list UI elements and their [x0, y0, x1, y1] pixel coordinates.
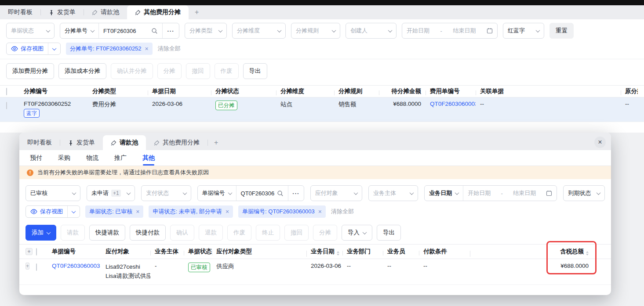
- modal-table-row[interactable]: + QT0F2603060003 Lisa927ceshi Lisa请款测试供应…: [19, 259, 611, 285]
- tab-other-fee-allocation[interactable]: 其他费用分摊: [146, 135, 207, 150]
- share-no-field-select[interactable]: 分摊单号: [60, 23, 98, 38]
- refund-button: 退款: [199, 225, 223, 241]
- subtab-other[interactable]: 其他: [142, 150, 155, 166]
- button-label: 确认: [176, 229, 188, 237]
- save-view-main[interactable]: 保存视图: [7, 43, 48, 54]
- sort-icon[interactable]: [337, 251, 339, 256]
- add-button[interactable]: 添加: [25, 225, 56, 241]
- remove-tag-icon[interactable]: ×: [145, 46, 149, 52]
- tab-label: 即时看板: [27, 139, 52, 147]
- save-view-dropdown[interactable]: [48, 43, 60, 54]
- chevron-down-icon: [363, 230, 367, 234]
- tab-dashboard[interactable]: 即时看板: [19, 135, 60, 150]
- date-range-picker[interactable]: 开始日期 - 结束日期: [402, 23, 498, 39]
- share-type-select[interactable]: 分摊类型: [185, 23, 227, 39]
- more-filters-button[interactable]: ···: [162, 23, 179, 38]
- filter-tag-share-no[interactable]: 分摊单号: FT0F2603060252 ×: [66, 43, 153, 55]
- filter-tag-doc-no[interactable]: 单据编号: QT0F2603060003×: [238, 205, 326, 218]
- payable-target-select[interactable]: 应付对象: [310, 185, 362, 201]
- col-business-date[interactable]: 业务日期: [306, 248, 342, 256]
- filter-tag-doc-status[interactable]: 单据状态: 已审核×: [85, 205, 143, 218]
- chevron-down-icon: [47, 230, 51, 234]
- modal-table-header: + 单据编号 应付对象 业务主体 单据状态 应付对象类型 业务日期 业务部门 业…: [19, 244, 611, 259]
- withdraw-button: 撤回: [186, 63, 210, 79]
- search-icon[interactable]: [277, 190, 284, 197]
- fee-doc-link[interactable]: QT0F2603060003: [430, 101, 476, 107]
- share-rule-select[interactable]: 分摊规则: [291, 23, 340, 39]
- save-view-main[interactable]: 保存视图: [26, 206, 67, 217]
- cell-doc-status: 已审核: [184, 263, 212, 272]
- subtab-prepaid[interactable]: 预付: [30, 150, 42, 166]
- modal-filter-bar: 已审核 未申请+1 支付状态 单据编号 QT0F260306 ··· 应付对象 …: [25, 185, 605, 201]
- business-entity-select[interactable]: 业务主体: [368, 185, 418, 201]
- select-all-checkbox[interactable]: [6, 88, 7, 95]
- creator-select[interactable]: 创建人: [346, 23, 397, 39]
- export-button[interactable]: 导出: [377, 225, 401, 241]
- tab-shipments[interactable]: 发货单: [41, 5, 84, 19]
- tab-label: 请款池: [101, 8, 119, 16]
- main-tabbar: 即时看板 发货单 请款池 其他费用分摊 +: [0, 5, 644, 19]
- business-date-field-select[interactable]: 业务日期: [425, 186, 463, 201]
- pin-outline-icon: [135, 10, 141, 15]
- tab-dashboard[interactable]: 即时看板: [0, 5, 40, 19]
- table-header: 分摊编号 分摊类型 单据日期 分摊状态 分摊维度 分摊规则 待分摊金额 费用单编…: [0, 85, 644, 97]
- tab-shipments[interactable]: 发货单: [60, 135, 103, 150]
- modal-close-button[interactable]: ×: [594, 137, 606, 148]
- table-row[interactable]: FT0F2603060252 蓝字 费用分摊 2026-03-06 已分摊 站点…: [0, 97, 644, 122]
- col-total-with-tax[interactable]: 含税总额: [470, 248, 593, 256]
- share-id-text: FT0F2603060252: [24, 101, 84, 107]
- expand-row-button[interactable]: +: [25, 263, 29, 270]
- tab-payment-pool[interactable]: 请款池: [84, 5, 127, 19]
- save-view-button[interactable]: 保存视图: [6, 43, 61, 55]
- business-date-range-picker[interactable]: 开始日期 - 结束日期: [463, 186, 557, 201]
- button-label: 重置: [556, 27, 568, 35]
- button-label: 快捷请款: [95, 229, 119, 237]
- add-cost-allocation-button[interactable]: 添加成本分摊: [58, 63, 106, 79]
- col-payable-target: 应付对象: [101, 248, 150, 256]
- quick-request-button[interactable]: 快捷请款: [89, 225, 125, 241]
- search-icon[interactable]: [151, 28, 158, 34]
- audit-status-select[interactable]: 已审核: [25, 185, 80, 201]
- reset-button[interactable]: 重置: [549, 23, 574, 39]
- share-dimension-select[interactable]: 分摊维度: [232, 23, 286, 39]
- due-status-select[interactable]: 到期状态: [563, 185, 605, 201]
- share-no-input[interactable]: FT0F260306: [98, 23, 162, 38]
- share-no-search-group: 分摊单号 FT0F260306 ···: [60, 23, 179, 39]
- sort-icon[interactable]: [586, 251, 589, 256]
- save-view-button[interactable]: 保存视图: [25, 205, 80, 218]
- row-checkbox[interactable]: [6, 102, 7, 109]
- clear-all-button[interactable]: 清除全部: [158, 45, 181, 53]
- remove-tag-icon[interactable]: ×: [318, 209, 322, 215]
- quick-pay-button[interactable]: 快捷付款: [130, 225, 166, 241]
- remove-tag-icon[interactable]: ×: [136, 209, 139, 215]
- save-view-dropdown[interactable]: [67, 206, 80, 217]
- red-blue-select[interactable]: 红蓝字: [503, 23, 544, 39]
- chevron-down-icon: [52, 46, 57, 50]
- doc-no-link[interactable]: QT0F2603060003: [52, 263, 100, 269]
- add-fee-allocation-button[interactable]: 添加费用分摊: [6, 63, 54, 79]
- tab-label: 发货单: [76, 139, 95, 147]
- expand-all-button[interactable]: +: [25, 248, 33, 255]
- row-checkbox[interactable]: [36, 263, 37, 271]
- tab-other-fee-allocation[interactable]: 其他费用分摊: [127, 5, 189, 19]
- doc-status-select[interactable]: 单据状态: [6, 23, 55, 39]
- subtab-promotion[interactable]: 推广: [114, 150, 127, 166]
- select-all-checkbox[interactable]: [36, 248, 37, 256]
- export-button[interactable]: 导出: [243, 63, 267, 79]
- clear-all-button[interactable]: 清除全部: [331, 208, 354, 216]
- subtab-logistics[interactable]: 物流: [86, 150, 98, 166]
- doc-no-input[interactable]: QT0F260306: [236, 186, 288, 201]
- subtab-purchase[interactable]: 采购: [58, 150, 70, 166]
- action-toolbar: 添加费用分摊 添加成本分摊 确认并分摊 分摊 撤回 作废 导出: [6, 63, 638, 79]
- filter-tag-apply-status[interactable]: 申请状态: 未申请, 部分申请×: [149, 205, 233, 218]
- new-tab-button[interactable]: +: [189, 5, 205, 19]
- pay-status-select[interactable]: 支付状态: [141, 185, 191, 201]
- new-tab-button[interactable]: +: [208, 135, 224, 150]
- import-button[interactable]: 导入: [342, 225, 372, 241]
- remove-tag-icon[interactable]: ×: [226, 209, 229, 215]
- more-filters-button[interactable]: ···: [288, 186, 304, 201]
- doc-no-field-select[interactable]: 单据编号: [198, 186, 236, 201]
- tab-payment-pool[interactable]: 请款池: [103, 135, 146, 150]
- chevron-down-icon: [332, 28, 336, 32]
- apply-status-select[interactable]: 未申请+1: [87, 185, 135, 201]
